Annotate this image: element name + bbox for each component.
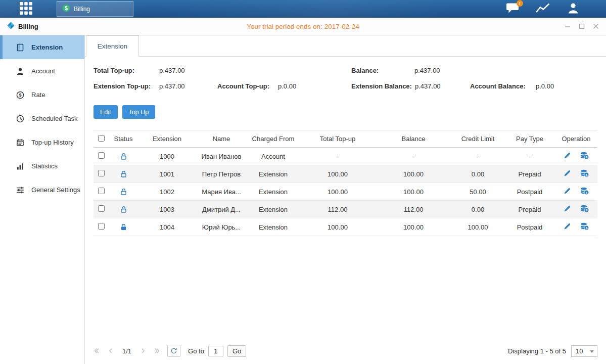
sidebar-item-general-settings[interactable]: General Settings [0, 178, 84, 202]
pay-type-cell: - [504, 148, 555, 165]
window-controls [565, 23, 599, 29]
select-all-cell [94, 130, 109, 148]
user-icon[interactable] [567, 2, 580, 16]
sidebar-item-extension[interactable]: Extension [0, 35, 84, 59]
extension-cell: 1001 [138, 165, 196, 183]
sidebar-item-scheduled-task[interactable]: Scheduled Task [0, 107, 84, 130]
edit-icon[interactable] [564, 169, 571, 177]
row-checkbox[interactable] [98, 205, 105, 212]
chat-icon[interactable]: ! [506, 3, 519, 15]
col-header-total-topup: Total Top-up [300, 130, 376, 148]
pay-type-cell: Prepaid [504, 165, 555, 183]
name-cell: Петр Петров [196, 165, 247, 183]
pay-type-cell: Postpaid [504, 183, 555, 201]
displaying-text: Displaying 1 - 5 of 5 [508, 347, 566, 355]
charged-from-cell: Extension [247, 183, 300, 201]
col-header-credit-limit: Credit Limit [451, 130, 504, 148]
last-page-icon[interactable] [154, 348, 160, 354]
topbar-icons: ! [506, 0, 580, 18]
first-page-icon[interactable] [94, 348, 100, 354]
row-checkbox[interactable] [98, 223, 105, 230]
sidebar-item-rate[interactable]: $ Rate [0, 83, 84, 107]
col-header-pay-type: Pay Type [504, 130, 555, 148]
operation-cell: $ [555, 201, 597, 218]
edit-button[interactable]: Edit [94, 105, 118, 119]
action-buttons: Edit Top Up [94, 105, 597, 119]
go-button[interactable]: Go [227, 345, 246, 357]
total-topup-cell: 112.00 [300, 201, 376, 218]
chart-icon[interactable] [535, 2, 550, 16]
select-all-checkbox[interactable] [98, 135, 105, 142]
page-indicator: 1/1 [122, 347, 131, 355]
sidebar-item-statistics[interactable]: Statistics [0, 154, 84, 178]
topup-icon[interactable]: $ [580, 187, 589, 195]
extension-cell: 1004 [138, 218, 196, 236]
prev-page-icon[interactable] [108, 348, 114, 354]
name-cell: Иван Иванов [196, 148, 247, 165]
sidebar-item-account[interactable]: Account [0, 59, 84, 83]
topbar: $ Billing ! [0, 0, 606, 18]
top-up-button[interactable]: Top Up [122, 105, 156, 119]
summary-section: Total Top-up: p.437.00 Balance: p.437.00… [94, 65, 597, 96]
row-checkbox[interactable] [98, 152, 105, 159]
topup-icon[interactable]: $ [580, 205, 589, 212]
balance-cell: - [376, 148, 451, 165]
charged-from-cell: Extension [247, 201, 300, 218]
goto-page-input[interactable] [208, 346, 223, 356]
tab-strip: Extension [85, 35, 606, 57]
total-topup-label: Total Top-up: [94, 67, 134, 74]
edit-icon[interactable] [564, 222, 571, 230]
topup-icon[interactable]: $ [580, 152, 589, 159]
balance-value: p.437.00 [414, 67, 440, 74]
sidebar-item-label: Top-up History [31, 139, 74, 146]
sidebar-item-label: Statistics [31, 162, 58, 170]
edit-icon[interactable] [564, 152, 571, 159]
tab-extension[interactable]: Extension [86, 35, 139, 57]
apps-grid-icon[interactable] [19, 2, 33, 17]
pay-type-cell: Postpaid [504, 218, 555, 236]
edit-icon[interactable] [564, 205, 571, 212]
topbar-tab-label: Billing [74, 6, 90, 13]
total-topup-cell: 100.00 [300, 218, 376, 236]
topbar-tab-billing[interactable]: $ Billing [57, 1, 133, 17]
total-topup-cell: 100.00 [300, 183, 376, 201]
rate-icon: $ [16, 90, 25, 100]
sidebar-item-label: Extension [31, 43, 63, 51]
row-checkbox[interactable] [98, 188, 105, 194]
account-topup-value: p.0.00 [278, 82, 296, 90]
close-icon[interactable] [593, 23, 599, 29]
balance-cell: 100.00 [376, 218, 451, 236]
table-row: 1003 Дмитрий Д... Extension 112.00 112.0… [94, 201, 597, 218]
row-checkbox[interactable] [98, 170, 105, 176]
trial-notice: Your trial period ends on: 2017-02-24 [0, 23, 606, 30]
clock-icon [16, 114, 25, 123]
edit-icon[interactable] [564, 187, 571, 195]
next-page-icon[interactable] [140, 348, 146, 354]
credit-limit-cell: 100.00 [451, 218, 504, 236]
credit-limit-cell: 0.00 [451, 201, 504, 218]
operation-cell: $ [555, 165, 597, 183]
page-size-select[interactable]: 10 [571, 345, 597, 357]
minimize-icon[interactable] [565, 23, 571, 29]
calendar-icon [16, 138, 25, 147]
main-panel: Extension Total Top-up: p.437.00 Balance… [85, 35, 606, 364]
extension-balance-label: Extension Balance: [351, 82, 412, 90]
topup-icon[interactable]: $ [580, 222, 589, 230]
lock-status-icon [120, 206, 127, 213]
balance-cell: 112.00 [376, 201, 451, 218]
topup-icon[interactable]: $ [580, 169, 589, 177]
page-size-value: 10 [576, 347, 583, 355]
pay-type-cell: Prepaid [504, 201, 555, 218]
refresh-icon[interactable] [167, 345, 180, 357]
sidebar-item-topup-history[interactable]: Top-up History [0, 130, 84, 154]
lock-status-icon [120, 170, 127, 178]
sidebar-item-label: Rate [31, 91, 45, 99]
chevron-down-icon [590, 350, 594, 353]
titlebar: Billing Your trial period ends on: 2017-… [0, 18, 606, 35]
maximize-icon[interactable] [579, 23, 585, 29]
account-icon [16, 67, 25, 76]
svg-text:$: $ [65, 6, 68, 11]
sidebar: Extension Account $ Rate Scheduled Task … [0, 35, 85, 364]
pagination-bar: 1/1 Go to Go Displaying 1 - 5 of 5 10 [85, 344, 606, 364]
table-header-row: Status Extension Name Charged From Total… [94, 130, 597, 148]
